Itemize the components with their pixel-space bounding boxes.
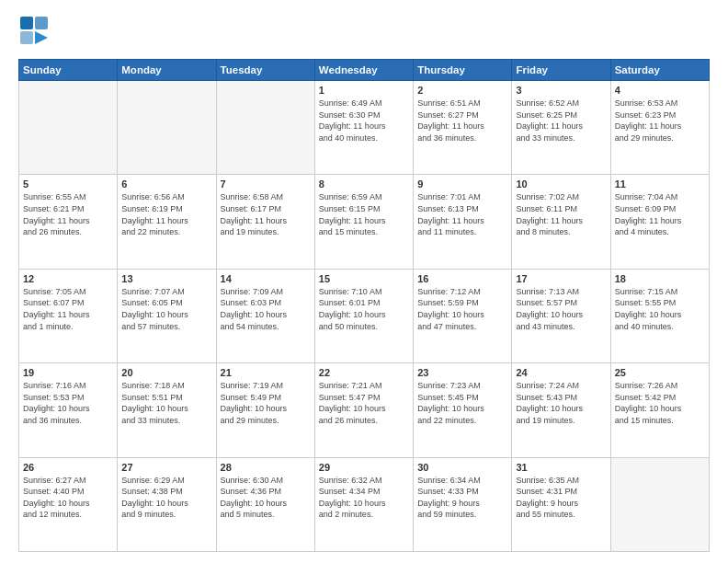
day-number: 9 [417, 178, 507, 190]
day-info: Sunrise: 7:18 AM Sunset: 5:51 PM Dayligh… [121, 380, 211, 426]
calendar-header-row: SundayMondayTuesdayWednesdayThursdayFrid… [19, 60, 710, 81]
calendar-cell: 15Sunrise: 7:10 AM Sunset: 6:01 PM Dayli… [314, 269, 413, 362]
day-number: 12 [23, 273, 113, 284]
day-number: 14 [221, 273, 311, 284]
day-number: 17 [516, 273, 606, 284]
calendar-cell: 14Sunrise: 7:09 AM Sunset: 6:03 PM Dayli… [216, 269, 314, 362]
calendar-cell [19, 81, 118, 175]
day-number: 30 [417, 462, 507, 473]
calendar-week-3: 12Sunrise: 7:05 AM Sunset: 6:07 PM Dayli… [19, 269, 710, 362]
calendar-cell: 10Sunrise: 7:02 AM Sunset: 6:11 PM Dayli… [512, 175, 610, 269]
day-info: Sunrise: 6:51 AM Sunset: 6:27 PM Dayligh… [417, 98, 507, 144]
calendar-cell: 16Sunrise: 7:12 AM Sunset: 5:59 PM Dayli… [414, 269, 512, 362]
calendar-table: SundayMondayTuesdayWednesdayThursdayFrid… [18, 59, 710, 552]
day-number: 4 [615, 85, 705, 96]
day-number: 28 [221, 462, 311, 473]
calendar-cell: 20Sunrise: 7:18 AM Sunset: 5:51 PM Dayli… [118, 363, 216, 457]
calendar-cell: 27Sunrise: 6:29 AM Sunset: 4:38 PM Dayli… [118, 457, 216, 551]
day-info: Sunrise: 6:56 AM Sunset: 6:19 PM Dayligh… [121, 191, 211, 237]
calendar-cell: 1Sunrise: 6:49 AM Sunset: 6:30 PM Daylig… [314, 81, 413, 175]
day-info: Sunrise: 6:53 AM Sunset: 6:23 PM Dayligh… [615, 98, 705, 144]
day-info: Sunrise: 6:30 AM Sunset: 4:36 PM Dayligh… [221, 475, 311, 521]
day-number: 1 [319, 85, 409, 96]
day-info: Sunrise: 7:01 AM Sunset: 6:13 PM Dayligh… [417, 191, 507, 237]
day-number: 15 [319, 273, 409, 284]
header [18, 15, 710, 50]
calendar-cell: 4Sunrise: 6:53 AM Sunset: 6:23 PM Daylig… [610, 81, 709, 175]
calendar-week-2: 5Sunrise: 6:55 AM Sunset: 6:21 PM Daylig… [19, 175, 710, 269]
calendar-cell: 2Sunrise: 6:51 AM Sunset: 6:27 PM Daylig… [414, 81, 512, 175]
logo-icon [18, 15, 50, 46]
day-number: 26 [23, 462, 113, 473]
day-info: Sunrise: 7:15 AM Sunset: 5:55 PM Dayligh… [615, 286, 705, 332]
day-number: 31 [516, 462, 606, 473]
day-number: 11 [615, 178, 705, 190]
calendar-cell: 28Sunrise: 6:30 AM Sunset: 4:36 PM Dayli… [216, 457, 314, 551]
day-info: Sunrise: 7:26 AM Sunset: 5:42 PM Dayligh… [615, 380, 705, 426]
day-number: 23 [417, 367, 507, 378]
day-header-wednesday: Wednesday [314, 60, 413, 81]
day-info: Sunrise: 7:05 AM Sunset: 6:07 PM Dayligh… [23, 286, 113, 332]
calendar-cell: 19Sunrise: 7:16 AM Sunset: 5:53 PM Dayli… [19, 363, 118, 457]
day-number: 8 [319, 178, 409, 190]
day-info: Sunrise: 7:23 AM Sunset: 5:45 PM Dayligh… [417, 380, 507, 426]
logo [18, 15, 53, 50]
calendar-cell: 5Sunrise: 6:55 AM Sunset: 6:21 PM Daylig… [19, 175, 118, 269]
day-number: 18 [615, 273, 705, 284]
day-info: Sunrise: 7:02 AM Sunset: 6:11 PM Dayligh… [516, 191, 606, 237]
calendar-cell: 21Sunrise: 7:19 AM Sunset: 5:49 PM Dayli… [216, 363, 314, 457]
calendar-cell [118, 81, 216, 175]
calendar-cell: 17Sunrise: 7:13 AM Sunset: 5:57 PM Dayli… [512, 269, 610, 362]
day-number: 16 [417, 273, 507, 284]
day-header-thursday: Thursday [414, 60, 512, 81]
calendar-cell: 22Sunrise: 7:21 AM Sunset: 5:47 PM Dayli… [314, 363, 413, 457]
calendar-cell: 9Sunrise: 7:01 AM Sunset: 6:13 PM Daylig… [414, 175, 512, 269]
day-info: Sunrise: 6:59 AM Sunset: 6:15 PM Dayligh… [319, 191, 409, 237]
day-number: 3 [516, 85, 606, 96]
day-info: Sunrise: 7:19 AM Sunset: 5:49 PM Dayligh… [221, 380, 311, 426]
calendar-week-5: 26Sunrise: 6:27 AM Sunset: 4:40 PM Dayli… [19, 457, 710, 551]
calendar-cell: 24Sunrise: 7:24 AM Sunset: 5:43 PM Dayli… [512, 363, 610, 457]
calendar-cell: 3Sunrise: 6:52 AM Sunset: 6:25 PM Daylig… [512, 81, 610, 175]
day-info: Sunrise: 7:16 AM Sunset: 5:53 PM Dayligh… [23, 380, 113, 426]
calendar-cell: 29Sunrise: 6:32 AM Sunset: 4:34 PM Dayli… [314, 457, 413, 551]
day-number: 29 [319, 462, 409, 473]
day-number: 24 [516, 367, 606, 378]
day-header-friday: Friday [512, 60, 610, 81]
day-info: Sunrise: 7:21 AM Sunset: 5:47 PM Dayligh… [319, 380, 409, 426]
day-number: 5 [23, 178, 113, 190]
day-info: Sunrise: 6:52 AM Sunset: 6:25 PM Dayligh… [516, 98, 606, 144]
day-info: Sunrise: 7:10 AM Sunset: 6:01 PM Dayligh… [319, 286, 409, 332]
calendar-cell: 6Sunrise: 6:56 AM Sunset: 6:19 PM Daylig… [118, 175, 216, 269]
calendar-cell: 8Sunrise: 6:59 AM Sunset: 6:15 PM Daylig… [314, 175, 413, 269]
day-info: Sunrise: 7:13 AM Sunset: 5:57 PM Dayligh… [516, 286, 606, 332]
day-number: 13 [121, 273, 211, 284]
day-info: Sunrise: 6:49 AM Sunset: 6:30 PM Dayligh… [319, 98, 409, 144]
calendar-cell: 12Sunrise: 7:05 AM Sunset: 6:07 PM Dayli… [19, 269, 118, 362]
day-info: Sunrise: 7:24 AM Sunset: 5:43 PM Dayligh… [516, 380, 606, 426]
day-header-sunday: Sunday [19, 60, 118, 81]
day-info: Sunrise: 6:55 AM Sunset: 6:21 PM Dayligh… [23, 191, 113, 237]
day-header-monday: Monday [118, 60, 216, 81]
day-number: 7 [221, 178, 311, 190]
day-number: 6 [121, 178, 211, 190]
calendar-cell: 11Sunrise: 7:04 AM Sunset: 6:09 PM Dayli… [610, 175, 709, 269]
day-info: Sunrise: 7:09 AM Sunset: 6:03 PM Dayligh… [221, 286, 311, 332]
day-info: Sunrise: 6:29 AM Sunset: 4:38 PM Dayligh… [121, 475, 211, 521]
day-number: 20 [121, 367, 211, 378]
calendar-cell [610, 457, 709, 551]
calendar-cell [216, 81, 314, 175]
day-number: 25 [615, 367, 705, 378]
calendar-week-1: 1Sunrise: 6:49 AM Sunset: 6:30 PM Daylig… [19, 81, 710, 175]
day-header-saturday: Saturday [610, 60, 709, 81]
calendar-week-4: 19Sunrise: 7:16 AM Sunset: 5:53 PM Dayli… [19, 363, 710, 457]
day-info: Sunrise: 6:27 AM Sunset: 4:40 PM Dayligh… [23, 475, 113, 521]
day-info: Sunrise: 6:34 AM Sunset: 4:33 PM Dayligh… [417, 475, 507, 521]
calendar-cell: 18Sunrise: 7:15 AM Sunset: 5:55 PM Dayli… [610, 269, 709, 362]
day-number: 27 [121, 462, 211, 473]
calendar-cell: 7Sunrise: 6:58 AM Sunset: 6:17 PM Daylig… [216, 175, 314, 269]
day-info: Sunrise: 7:07 AM Sunset: 6:05 PM Dayligh… [121, 286, 211, 332]
day-info: Sunrise: 6:32 AM Sunset: 4:34 PM Dayligh… [319, 475, 409, 521]
calendar-cell: 31Sunrise: 6:35 AM Sunset: 4:31 PM Dayli… [512, 457, 610, 551]
day-info: Sunrise: 6:58 AM Sunset: 6:17 PM Dayligh… [221, 191, 311, 237]
